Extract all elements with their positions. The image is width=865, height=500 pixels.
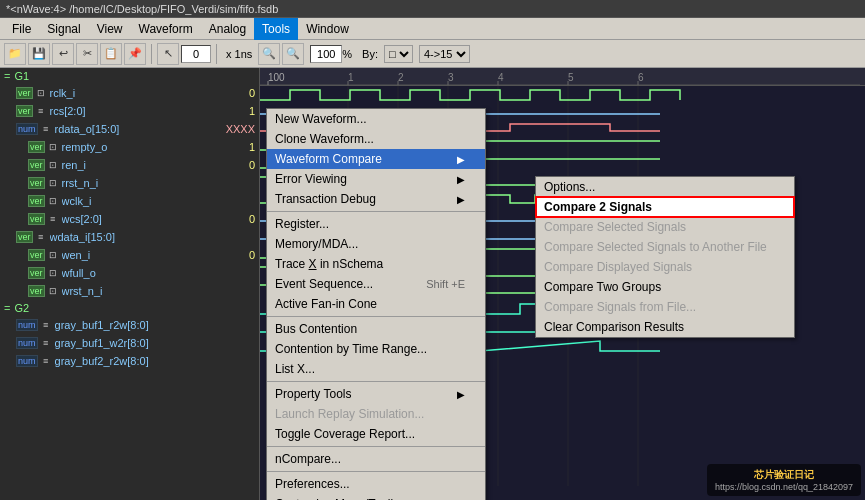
wave-icon: ⊡: [46, 284, 60, 298]
zoom-out-btn[interactable]: 🔍: [282, 43, 304, 65]
svg-text:6: 6: [638, 72, 644, 83]
zoom-pct-input[interactable]: [310, 45, 342, 63]
list-item: num ≡ gray_buf1_w2r[8:0]: [0, 334, 259, 352]
arrow-icon: ▶: [457, 389, 465, 400]
waveform-compare-menu: Options... Compare 2 Signals Compare Sel…: [535, 176, 795, 338]
menu-compare-from-file: Compare Signals from File...: [536, 297, 794, 317]
svg-text:4: 4: [498, 72, 504, 83]
menu-customize[interactable]: Customize Menu/Toolbar...: [267, 494, 485, 500]
menu-register[interactable]: Register...: [267, 214, 485, 234]
wave-icon: ⊡: [46, 140, 60, 154]
svg-text:2: 2: [398, 72, 404, 83]
menu-waveform-compare[interactable]: Waveform Compare ▶: [267, 149, 485, 169]
menu-list-x[interactable]: List X...: [267, 359, 485, 379]
sep1: [151, 44, 152, 64]
menu-signal[interactable]: Signal: [39, 18, 88, 40]
list-item: ver ≡ wcs[2:0] 0: [0, 210, 259, 228]
menu-window[interactable]: Window: [298, 18, 357, 40]
svg-text:1: 1: [348, 72, 354, 83]
toolbar-input-value[interactable]: [181, 45, 211, 63]
group1-name: G1: [14, 70, 29, 82]
list-item: ver ≡ wdata_i[15:0]: [0, 228, 259, 246]
menu-compare-2-signals[interactable]: Compare 2 Signals: [536, 197, 794, 217]
ver-badge: ver: [28, 159, 45, 171]
wave-icon: ⊡: [46, 266, 60, 280]
menu-view[interactable]: View: [89, 18, 131, 40]
bus-icon: ≡: [39, 122, 53, 136]
menu-bus-contention[interactable]: Bus Contention: [267, 319, 485, 339]
menu-compare-displayed: Compare Displayed Signals: [536, 257, 794, 277]
ver-badge: ver: [16, 87, 33, 99]
arrow-icon: ▶: [457, 174, 465, 185]
menu-transaction-debug[interactable]: Transaction Debug ▶: [267, 189, 485, 209]
ver-badge: ver: [28, 177, 45, 189]
list-item: ver ⊡ wfull_o: [0, 264, 259, 282]
menu-options[interactable]: Options...: [536, 177, 794, 197]
toolbar: 📁 💾 ↩ ✂ 📋 📌 ↖ x 1ns 🔍 🔍 % By: □ 4->15: [0, 40, 865, 68]
menu-launch-replay: Launch Replay Simulation...: [267, 404, 485, 424]
list-item: num ≡ gray_buf1_r2w[8:0]: [0, 316, 259, 334]
ver-badge: ver: [28, 267, 45, 279]
by-dropdown[interactable]: □: [384, 45, 413, 63]
ver-badge: ver: [28, 213, 45, 225]
num-badge: num: [16, 319, 38, 331]
wave-icon: ⊡: [34, 86, 48, 100]
cursor-btn[interactable]: ↖: [157, 43, 179, 65]
ver-badge: ver: [16, 231, 33, 243]
open-btn[interactable]: 📁: [4, 43, 26, 65]
copy-btn[interactable]: 📋: [100, 43, 122, 65]
menu-waveform[interactable]: Waveform: [131, 18, 201, 40]
menu-preferences[interactable]: Preferences...: [267, 474, 485, 494]
menu-contention-range[interactable]: Contention by Time Range...: [267, 339, 485, 359]
undo-btn[interactable]: ↩: [52, 43, 74, 65]
menu-toggle-coverage[interactable]: Toggle Coverage Report...: [267, 424, 485, 444]
wave-icon: ⊡: [46, 194, 60, 208]
ver-badge: ver: [28, 249, 45, 261]
sep2: [216, 44, 217, 64]
list-item: ver ⊡ wrst_n_i: [0, 282, 259, 300]
main-area: = G1 ver ⊡ rclk_i 0 ver ≡ rcs[2:0] 1 num…: [0, 68, 865, 500]
ver-badge: ver: [28, 285, 45, 297]
menu-clone-waveform[interactable]: Clone Waveform...: [267, 129, 485, 149]
bus-icon: ≡: [34, 230, 48, 244]
save-btn[interactable]: 💾: [28, 43, 50, 65]
menu-property-tools[interactable]: Property Tools ▶: [267, 384, 485, 404]
paste-btn[interactable]: 📌: [124, 43, 146, 65]
signal-panel: = G1 ver ⊡ rclk_i 0 ver ≡ rcs[2:0] 1 num…: [0, 68, 260, 500]
menu-analog[interactable]: Analog: [201, 18, 254, 40]
svg-text:100: 100: [268, 72, 285, 83]
menu-tools[interactable]: Tools: [254, 18, 298, 40]
menu-file[interactable]: File: [4, 18, 39, 40]
menu-compare-two-groups[interactable]: Compare Two Groups: [536, 277, 794, 297]
list-item: ver ⊡ rempty_o 1: [0, 138, 259, 156]
list-item: ver ⊡ wen_i 0: [0, 246, 259, 264]
waveform-ruler: 100 1 2 3 4 5 6: [260, 68, 865, 86]
title-text: *<nWave:4> /home/IC/Desktop/FIFO_Verdi/s…: [6, 3, 278, 15]
wave-icon: ⊡: [46, 248, 60, 262]
waveform-compare-submenu: Options... Compare 2 Signals Compare Sel…: [535, 176, 795, 338]
bus-icon: ≡: [39, 336, 53, 350]
ver-badge: ver: [28, 195, 45, 207]
menu-active-fanin[interactable]: Active Fan-in Cone: [267, 294, 485, 314]
zoom-in-btn[interactable]: 🔍: [258, 43, 280, 65]
group1-header: = G1: [0, 68, 259, 84]
menu-event-sequence[interactable]: Event Sequence... Shift +E: [267, 274, 485, 294]
range-label: 4->15: [415, 45, 474, 63]
menu-ncompare[interactable]: nCompare...: [267, 449, 485, 469]
menu-compare-selected: Compare Selected Signals: [536, 217, 794, 237]
menu-clear-comparison[interactable]: Clear Comparison Results: [536, 317, 794, 337]
menu-new-waveform[interactable]: New Waveform...: [267, 109, 485, 129]
watermark-line2: https://blog.csdn.net/qq_21842097: [715, 482, 853, 492]
range-dropdown[interactable]: 4->15: [419, 45, 470, 63]
list-item: ver ⊡ rclk_i 0: [0, 84, 259, 102]
sep: [267, 446, 485, 447]
menu-compare-selected-file: Compare Selected Signals to Another File: [536, 237, 794, 257]
arrow-icon: ▶: [457, 154, 465, 165]
title-bar: *<nWave:4> /home/IC/Desktop/FIFO_Verdi/s…: [0, 0, 865, 18]
menu-trace-x[interactable]: Trace X in nSchema: [267, 254, 485, 274]
list-item: num ≡ gray_buf2_r2w[8:0]: [0, 352, 259, 370]
menu-memory-mda[interactable]: Memory/MDA...: [267, 234, 485, 254]
cut-btn[interactable]: ✂: [76, 43, 98, 65]
menu-error-viewing[interactable]: Error Viewing ▶: [267, 169, 485, 189]
sep: [267, 381, 485, 382]
